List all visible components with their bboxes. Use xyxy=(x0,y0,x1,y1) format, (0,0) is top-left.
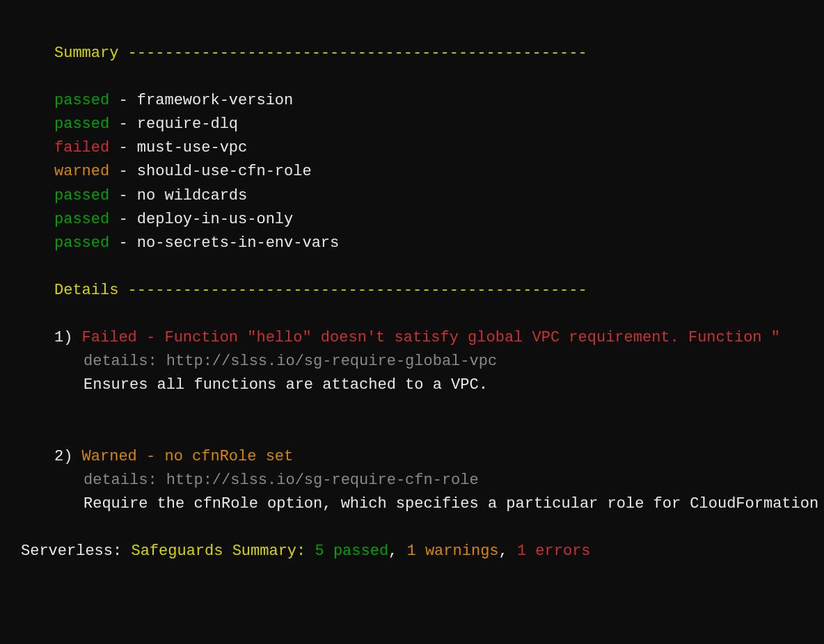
details-header: Details --------------------------------… xyxy=(21,279,803,303)
detail-index: 2) xyxy=(54,448,82,465)
detail-item-url-line: details: http://slss.io/sg-require-globa… xyxy=(21,350,803,373)
check-status: passed xyxy=(54,92,109,109)
check-name: - must-use-vpc xyxy=(109,139,247,156)
summary-header-text: Summary --------------------------------… xyxy=(54,45,587,62)
check-status: passed xyxy=(54,211,109,228)
blank-line xyxy=(21,65,803,89)
check-name: - should-use-cfn-role xyxy=(109,163,311,180)
check-name: - deploy-in-us-only xyxy=(109,211,293,228)
check-status: passed xyxy=(54,234,109,252)
check-status: passed xyxy=(54,115,109,133)
blank-line xyxy=(21,421,803,445)
footer-summary-label: Safeguards Summary: xyxy=(131,542,306,560)
detail-index: 1) xyxy=(54,329,82,346)
summary-check-row: passed - deploy-in-us-only xyxy=(21,208,803,232)
footer-sep1: , xyxy=(388,542,397,560)
summary-check-row: passed - no wildcards xyxy=(21,184,803,208)
blank-line xyxy=(21,516,803,540)
details-list: 1) Failed - Function "hello" doesn't sat… xyxy=(21,326,803,516)
check-status: warned xyxy=(54,163,109,180)
detail-item-header: 1) Failed - Function "hello" doesn't sat… xyxy=(21,326,803,350)
detail-url: http://slss.io/sg-require-cfn-role xyxy=(166,472,479,489)
detail-description-text: Require the cfnRole option, which specif… xyxy=(84,495,818,513)
detail-description-text: Ensures all functions are attached to a … xyxy=(84,376,488,394)
detail-url-label: details: xyxy=(84,353,166,370)
detail-status: Warned - no cfnRole set xyxy=(82,448,294,465)
summary-checks: passed - framework-versionpassed - requi… xyxy=(21,89,803,255)
blank-line xyxy=(21,303,803,326)
check-status: passed xyxy=(54,187,109,204)
summary-check-row: passed - no-secrets-in-env-vars xyxy=(21,232,803,255)
check-name: - no wildcards xyxy=(109,187,247,204)
detail-item-description: Ensures all functions are attached to a … xyxy=(21,373,803,397)
detail-item-header: 2) Warned - no cfnRole set xyxy=(21,445,803,469)
blank-line xyxy=(21,255,803,279)
terminal-output: Summary --------------------------------… xyxy=(21,42,803,563)
detail-item-url-line: details: http://slss.io/sg-require-cfn-r… xyxy=(21,469,803,492)
footer-passed-count: 5 passed xyxy=(315,542,388,560)
footer-sep2: , xyxy=(499,542,508,560)
footer-errors-count: 1 errors xyxy=(517,542,591,560)
detail-status: Failed - Function "hello" doesn't satisf… xyxy=(82,329,780,346)
check-name: - require-dlq xyxy=(109,115,238,133)
summary-check-row: passed - require-dlq xyxy=(21,113,803,136)
details-header-text: Details --------------------------------… xyxy=(54,282,587,299)
footer-prefix: Serverless: xyxy=(21,542,122,560)
summary-header: Summary --------------------------------… xyxy=(21,42,803,65)
blank-line xyxy=(21,397,803,421)
footer-warnings-count: 1 warnings xyxy=(407,542,499,560)
footer-summary: Serverless: Safeguards Summary: 5 passed… xyxy=(21,540,803,563)
summary-check-row: warned - should-use-cfn-role xyxy=(21,160,803,184)
summary-check-row: failed - must-use-vpc xyxy=(21,136,803,160)
detail-url-label: details: xyxy=(84,472,166,489)
detail-item-description: Require the cfnRole option, which specif… xyxy=(21,492,803,516)
summary-check-row: passed - framework-version xyxy=(21,89,803,113)
detail-url: http://slss.io/sg-require-global-vpc xyxy=(166,353,497,370)
check-status: failed xyxy=(54,139,109,156)
check-name: - no-secrets-in-env-vars xyxy=(109,234,339,252)
check-name: - framework-version xyxy=(109,92,293,109)
